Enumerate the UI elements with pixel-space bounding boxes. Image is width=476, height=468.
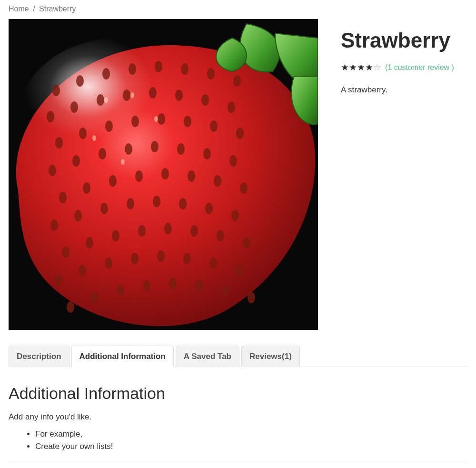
star-icon: ★ bbox=[365, 63, 373, 72]
svg-point-12 bbox=[154, 116, 158, 122]
star-icon: ★ bbox=[341, 63, 349, 72]
product-summary: Strawberry ★ ★ ★ ★ ☆ (1 customer review … bbox=[341, 19, 467, 95]
customer-review-link[interactable]: (1 customer review ) bbox=[385, 63, 454, 72]
breadcrumb-separator: / bbox=[33, 5, 35, 13]
breadcrumb: Home / Strawberry bbox=[9, 5, 467, 13]
svg-point-4 bbox=[102, 68, 110, 80]
tabs-container: Description Additional Information A Sav… bbox=[9, 345, 467, 460]
divider bbox=[9, 463, 467, 463]
star-icon: ★ bbox=[349, 63, 357, 72]
tab-saved[interactable]: A Saved Tab bbox=[176, 346, 239, 367]
star-icon: ★ bbox=[357, 63, 365, 72]
svg-point-9 bbox=[233, 75, 241, 87]
svg-point-3 bbox=[76, 75, 84, 87]
svg-point-11 bbox=[130, 92, 134, 98]
svg-point-5 bbox=[129, 63, 136, 75]
svg-point-7 bbox=[181, 63, 188, 75]
list-item: For example, bbox=[35, 429, 467, 439]
star-rating: ★ ★ ★ ★ ☆ bbox=[341, 63, 381, 72]
breadcrumb-home-link[interactable]: Home bbox=[9, 5, 29, 13]
breadcrumb-current: Strawberry bbox=[39, 5, 76, 13]
product-page: Home / Strawberry bbox=[0, 0, 476, 463]
svg-point-2 bbox=[52, 85, 60, 96]
tab-content-heading: Additional Information bbox=[9, 384, 467, 403]
product-short-description: A strawberry. bbox=[341, 85, 467, 95]
tab-content-paragraph: Add any info you'd like. bbox=[9, 412, 467, 422]
tab-reviews[interactable]: Reviews(1) bbox=[241, 346, 300, 367]
tab-panel-additional-information: Additional Information Add any info you'… bbox=[9, 367, 467, 460]
svg-point-13 bbox=[92, 135, 96, 141]
tab-description[interactable]: Description bbox=[9, 346, 69, 367]
product-title: Strawberry bbox=[341, 29, 467, 52]
tabs-list: Description Additional Information A Sav… bbox=[9, 345, 467, 367]
svg-point-14 bbox=[121, 159, 125, 165]
tab-additional-information[interactable]: Additional Information bbox=[71, 346, 174, 367]
svg-point-8 bbox=[207, 68, 215, 80]
svg-point-6 bbox=[155, 61, 162, 72]
strawberry-image bbox=[9, 19, 318, 330]
product-image[interactable] bbox=[9, 19, 318, 330]
rating-row: ★ ★ ★ ★ ☆ (1 customer review ) bbox=[341, 63, 467, 72]
star-outline-icon: ☆ bbox=[373, 63, 381, 72]
product-main-row: Strawberry ★ ★ ★ ★ ☆ (1 customer review … bbox=[9, 19, 467, 330]
tab-content-list: For example, Create your own lists! bbox=[9, 429, 467, 451]
svg-point-10 bbox=[104, 97, 108, 103]
list-item: Create your own lists! bbox=[35, 442, 467, 451]
